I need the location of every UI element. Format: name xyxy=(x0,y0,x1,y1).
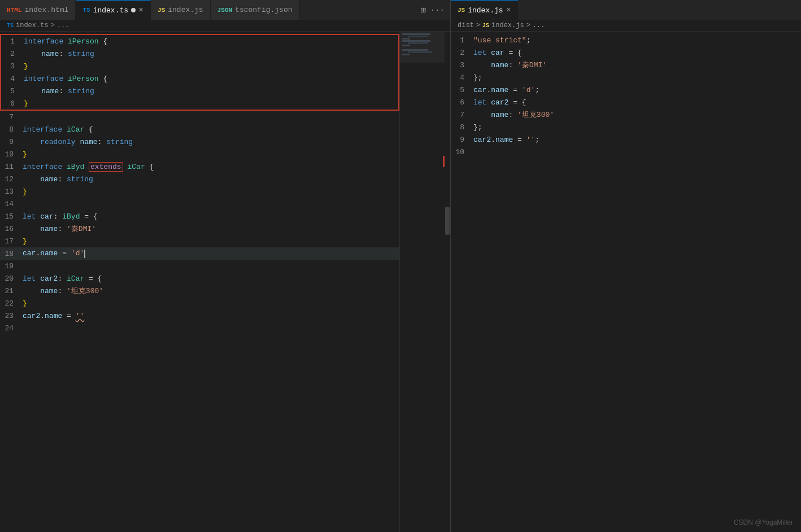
code-line-6: 6 } xyxy=(1,97,398,110)
right-code-line-3: 3 name: '秦DMI' xyxy=(451,59,801,71)
watermark: CSDN @YogaMiller xyxy=(734,518,793,526)
tab-right-index-js[interactable]: JS index.js × xyxy=(451,0,518,20)
code-line-14: 14 xyxy=(0,198,399,210)
close-icon-right[interactable]: × xyxy=(506,6,511,15)
js-icon-right: JS xyxy=(458,7,465,14)
tab-index-html[interactable]: HTML index.html xyxy=(0,0,76,20)
code-line-3: 3 } xyxy=(1,60,398,72)
tab-tsconfig-json[interactable]: JSON tsconfig.json xyxy=(211,0,300,20)
js-icon-breadcrumb: JS xyxy=(482,23,489,29)
json-icon: JSON xyxy=(217,7,232,14)
tab-label: index.ts xyxy=(93,6,128,15)
right-code-line-9: 9 car2.name = ''; xyxy=(451,133,801,146)
code-line-2: 2 name: string xyxy=(1,47,398,60)
code-line-18: 18 car.name = 'd' xyxy=(0,247,399,260)
tab-label-right: index.js xyxy=(468,6,503,15)
code-line-20: 20 let car2: iCar = { xyxy=(0,272,399,285)
tab-index-js[interactable]: JS index.js xyxy=(151,0,211,20)
code-editor-left[interactable]: 1 interface iPerson { 2 name: string 3 xyxy=(0,32,399,532)
right-code-line-6: 6 let car2 = { xyxy=(451,96,801,108)
code-line-5: 5 name: string xyxy=(1,85,398,97)
code-line-17: 17 } xyxy=(0,235,399,247)
ts-icon-breadcrumb: TS xyxy=(7,23,14,29)
ts-icon: TS xyxy=(82,7,90,14)
code-line-21: 21 name: '坦克300' xyxy=(0,285,399,297)
code-line-8: 8 interface iCar { xyxy=(0,123,399,136)
breadcrumb-right: dist > JS index.js > ... xyxy=(451,20,801,32)
right-code-line-8: 8 }; xyxy=(451,121,801,133)
minimap-left xyxy=(399,32,445,532)
code-line-10: 10 } xyxy=(0,148,399,160)
tab-index-ts[interactable]: TS index.ts × xyxy=(76,0,151,20)
more-actions-icon[interactable]: ··· xyxy=(430,6,445,15)
close-icon[interactable]: × xyxy=(138,6,143,15)
code-line-1: 1 interface iPerson { xyxy=(1,35,398,47)
tab-modified-dot xyxy=(131,8,136,12)
code-line-16: 16 name: '秦DMI' xyxy=(0,223,399,235)
code-line-24: 24 xyxy=(0,322,399,334)
code-line-12: 12 name: string xyxy=(0,173,399,185)
code-line-11: 11 interface iByd extends iCar { xyxy=(0,160,399,173)
html-icon: HTML xyxy=(7,7,21,14)
code-line-15: 15 let car: iByd = { xyxy=(0,210,399,223)
js-icon: JS xyxy=(158,7,165,14)
code-line-22: 22 } xyxy=(0,297,399,309)
right-code-line-4: 4 }; xyxy=(451,71,801,84)
split-editor-icon[interactable]: ⊞ xyxy=(420,5,426,16)
code-line-9: 9 readonly name: string xyxy=(0,136,399,148)
scrollbar-left[interactable] xyxy=(445,32,450,532)
tab-label: index.html xyxy=(24,6,68,14)
tab-label: index.js xyxy=(168,6,203,14)
code-line-13: 13 } xyxy=(0,185,399,198)
code-editor-right[interactable]: 1 "use strict"; 2 let car = { 3 name: '秦… xyxy=(451,32,801,532)
right-code-line-1: 1 "use strict"; xyxy=(451,34,801,46)
right-code-line-7: 7 name: '坦克300' xyxy=(451,108,801,121)
tab-label: tsconfig.json xyxy=(235,6,292,14)
code-line-4: 4 interface iPerson { xyxy=(1,72,398,85)
code-line-19: 19 xyxy=(0,260,399,272)
code-line-23: 23 car2.name = '' xyxy=(0,309,399,322)
right-code-line-10: 10 xyxy=(451,146,801,158)
right-code-line-2: 2 let car = { xyxy=(451,46,801,59)
code-line-7: 7 xyxy=(0,111,399,123)
right-code-line-5: 5 car.name = 'd'; xyxy=(451,84,801,96)
breadcrumb-left: TS index.ts > ... xyxy=(0,20,450,32)
